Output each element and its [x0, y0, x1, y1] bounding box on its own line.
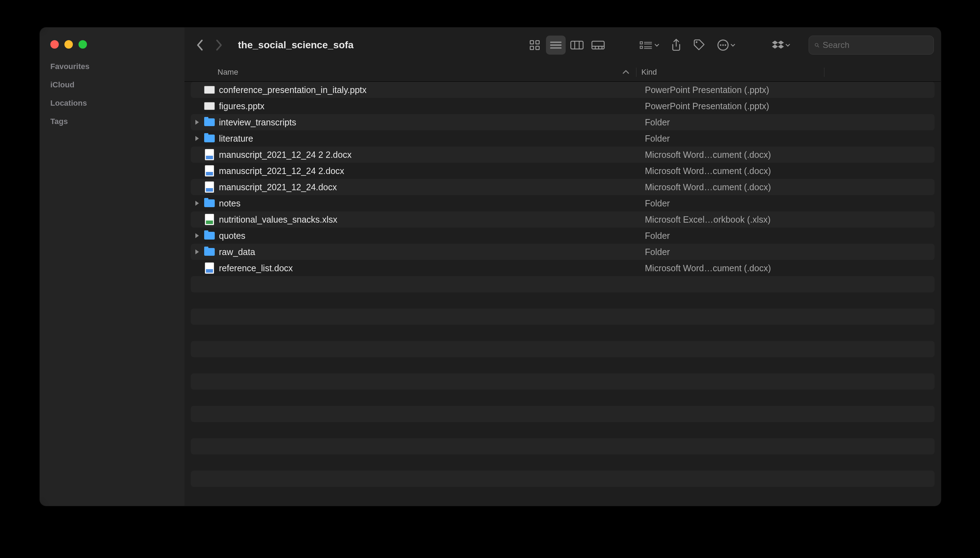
gallery-icon	[591, 40, 605, 50]
pptx-icon	[204, 102, 215, 110]
file-row[interactable]: manuscript_2021_12_24.docxMicrosoft Word…	[191, 179, 934, 195]
column-header-name[interactable]: Name	[185, 67, 636, 77]
row-icon	[203, 84, 216, 96]
folder-icon	[204, 199, 215, 207]
row-icon	[203, 213, 216, 225]
close-button[interactable]	[50, 40, 59, 49]
forward-button[interactable]	[211, 37, 227, 53]
group-by-button[interactable]	[636, 36, 663, 54]
svg-point-24	[722, 44, 724, 46]
dropbox-button[interactable]	[768, 36, 795, 54]
docx-icon	[205, 181, 214, 193]
more-circle-icon	[717, 39, 729, 51]
file-row[interactable]: nutritional_values_snacks.xlsxMicrosoft …	[191, 212, 934, 228]
chevron-down-icon	[785, 43, 790, 47]
list-icon	[550, 40, 562, 50]
file-row[interactable]: inteview_transcriptsFolder	[191, 114, 934, 130]
column-view-button[interactable]	[567, 36, 587, 54]
chevron-right-icon	[195, 201, 199, 206]
chevron-down-icon	[654, 43, 659, 47]
file-name: manuscript_2021_12_24.docx	[219, 182, 638, 192]
chevron-right-icon	[195, 136, 199, 141]
sidebar: FavouritesiCloudLocationsTags	[40, 28, 185, 506]
sidebar-section-tags[interactable]: Tags	[40, 108, 185, 126]
row-icon	[203, 230, 216, 242]
file-name: quotes	[219, 231, 638, 241]
fullscreen-button[interactable]	[79, 40, 87, 49]
group-icon	[640, 40, 653, 50]
expand-toggle[interactable]	[191, 233, 203, 238]
file-row[interactable]: reference_list.docxMicrosoft Word…cument…	[191, 260, 934, 276]
file-row[interactable]: raw_dataFolder	[191, 244, 934, 260]
minimize-button[interactable]	[64, 40, 73, 49]
empty-row	[191, 422, 934, 438]
folder-icon	[204, 135, 215, 142]
column-header-kind[interactable]: Kind	[636, 67, 825, 77]
svg-rect-0	[530, 41, 533, 44]
file-kind: Microsoft Word…cument (.docx)	[638, 166, 934, 176]
expand-toggle[interactable]	[191, 249, 203, 254]
actions-button[interactable]	[713, 36, 739, 54]
icon-view-button[interactable]	[525, 36, 545, 54]
file-kind: Folder	[638, 133, 934, 144]
row-icon	[203, 165, 216, 177]
empty-row	[191, 325, 934, 341]
file-name: nutritional_values_snacks.xlsx	[219, 215, 638, 225]
sidebar-section-icloud[interactable]: iCloud	[40, 71, 185, 89]
empty-row	[191, 471, 934, 487]
file-name: literature	[219, 133, 638, 144]
share-icon	[671, 39, 682, 51]
dropbox-icon	[772, 40, 784, 50]
row-icon	[203, 197, 216, 209]
file-row[interactable]: manuscript_2021_12_24 2 2.docxMicrosoft …	[191, 146, 934, 163]
file-kind: Folder	[638, 247, 934, 257]
search-icon	[815, 41, 819, 50]
svg-rect-2	[530, 46, 533, 50]
chevron-right-icon	[216, 39, 223, 51]
tag-icon	[693, 39, 706, 51]
column-name-label: Name	[218, 67, 238, 77]
file-name: manuscript_2021_12_24 2 2.docx	[219, 150, 638, 160]
file-name: conference_presentation_in_italy.pptx	[219, 85, 638, 95]
empty-row	[191, 292, 934, 309]
expand-toggle[interactable]	[191, 136, 203, 141]
chevron-left-icon	[196, 39, 203, 51]
expand-toggle[interactable]	[191, 120, 203, 125]
file-kind: Microsoft Word…cument (.docx)	[638, 263, 934, 273]
back-button[interactable]	[191, 37, 208, 53]
tags-button[interactable]	[690, 36, 709, 54]
row-icon	[203, 149, 216, 161]
file-row[interactable]: literatureFolder	[191, 130, 934, 146]
row-icon	[203, 116, 216, 128]
empty-row	[191, 390, 934, 406]
svg-point-21	[695, 41, 697, 43]
column-kind-label: Kind	[641, 67, 657, 76]
gallery-view-button[interactable]	[588, 36, 608, 54]
search-input[interactable]	[823, 40, 928, 50]
list-view-button[interactable]	[546, 36, 566, 54]
share-button[interactable]	[666, 36, 686, 54]
file-row[interactable]: conference_presentation_in_italy.pptxPow…	[191, 82, 934, 98]
file-row[interactable]: manuscript_2021_12_24 2.docxMicrosoft Wo…	[191, 163, 934, 179]
search-box[interactable]	[808, 36, 934, 54]
row-icon	[203, 181, 216, 193]
svg-line-27	[818, 46, 819, 47]
docx-icon	[205, 165, 214, 177]
docx-icon	[205, 149, 214, 160]
sidebar-section-favourites[interactable]: Favourites	[40, 53, 185, 71]
file-row[interactable]: figures.pptxPowerPoint Presentation (.pp…	[191, 98, 934, 114]
svg-rect-3	[536, 46, 539, 50]
folder-title: the_social_science_sofa	[238, 39, 521, 51]
empty-row	[191, 341, 934, 357]
file-kind: Folder	[638, 231, 934, 241]
main-content: the_social_science_sofa	[185, 28, 941, 506]
expand-toggle[interactable]	[191, 201, 203, 206]
sidebar-section-locations[interactable]: Locations	[40, 89, 185, 108]
file-list[interactable]: conference_presentation_in_italy.pptxPow…	[185, 82, 941, 506]
file-row[interactable]: notesFolder	[191, 195, 934, 212]
file-name: inteview_transcripts	[219, 117, 638, 128]
svg-point-25	[725, 44, 726, 46]
folder-icon	[204, 248, 215, 256]
file-row[interactable]: quotesFolder	[191, 228, 934, 244]
empty-row	[191, 357, 934, 373]
